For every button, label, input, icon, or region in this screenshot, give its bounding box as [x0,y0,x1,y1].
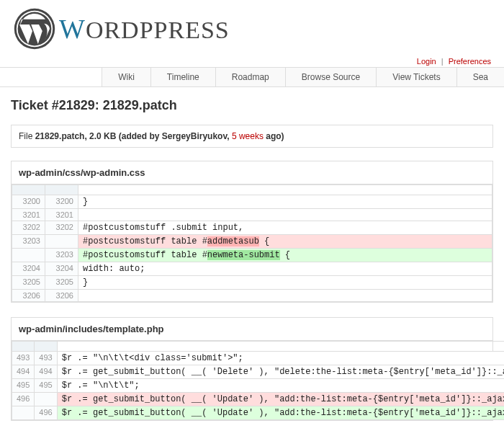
file-info-prefix: File [19,131,35,141]
diff-code-line: #postcustomstuff .submit input, [78,221,492,235]
diff-file-path: wp-admin/css/wp-admin.css [12,161,492,184]
diff-file-path: wp-admin/includes/template.php [12,318,492,341]
line-number-new: 3204 [45,262,78,276]
file-added-label: (added by [116,131,161,141]
page-title: Ticket #21829: 21829.patch [11,98,493,113]
nav-browse-source[interactable]: Browse Source [286,68,376,86]
nav-view-tickets[interactable]: View Tickets [377,68,456,86]
line-number-new: 3200 [45,195,78,209]
file-name: 21829.patch [35,131,85,141]
diff-highlight: newmeta-submit [207,250,280,260]
diff-code-line: $r .= "\n\t\t"; [57,379,504,393]
file-age-link[interactable]: 5 weeks [232,131,264,141]
line-number-old: 3206 [12,290,45,302]
diff-table: 493493 $r .= "\n\t\t<div class='submit'>… [12,341,504,420]
line-number-new [45,235,78,249]
line-number-old: 496 [12,393,35,406]
meta-nav: Login | Preferences [0,54,504,67]
diff-separator [78,185,492,195]
line-number-old: 495 [12,379,35,393]
line-number-old: 3204 [12,262,45,276]
line-number-new [35,342,57,352]
line-number-old [12,249,45,262]
diff-block: wp-admin/includes/template.php493493 $r … [11,317,493,421]
diff-code-line: #postcustomstuff table #newmeta-submit { [78,249,492,262]
nav-sea[interactable]: Sea [457,68,504,86]
line-number-old: 493 [12,352,35,365]
diff-block: wp-admin/css/wp-admin.css32003200}320132… [11,161,493,303]
line-number-new: 3206 [45,290,78,302]
diff-code-line [78,290,492,302]
diff-code-line: $r .= get_submit_button( __( 'Update' ),… [57,406,504,420]
line-number-new: 496 [35,406,57,420]
line-number-new [35,393,57,406]
nav-roadmap[interactable]: Roadmap [216,68,285,86]
diff-code-line: #postcustomstuff table #addmetasub { [78,235,492,249]
diff-highlight: addmetasub [207,236,259,246]
line-number-new: 494 [35,365,57,379]
file-author: SergeyBiryukov [162,131,228,141]
diff-code-line: width: auto; [78,262,492,276]
nav-timeline[interactable]: Timeline [151,68,215,86]
file-size: , 2.0 KB [84,131,116,141]
preferences-link[interactable]: Preferences [449,57,491,66]
wordpress-logo[interactable]: WORDPPRESS [13,7,491,50]
line-number-new: 495 [35,379,57,393]
site-header: WORDPPRESS [0,0,504,54]
line-number-old: 3201 [12,209,45,221]
wordpress-icon [13,7,56,50]
diff-table: 32003200}3201320132023202#postcustomstuf… [12,184,492,302]
line-number-old: 3200 [12,195,45,209]
line-number-old: 3202 [12,221,45,235]
diff-code-line: $r .= get_submit_button( __( 'Delete' ),… [57,365,504,379]
line-number-old [12,406,35,420]
line-number-old: 494 [12,365,35,379]
nav-separator: | [441,57,444,66]
line-number-old [12,342,35,352]
line-number-old: 3205 [12,276,45,290]
line-number-new: 3202 [45,221,78,235]
diff-code-line: $r .= get_submit_button( __( 'Update' ),… [57,393,504,406]
main-nav: WikiTimelineRoadmapBrowse SourceView Tic… [0,67,504,87]
file-info-box: File 21829.patch, 2.0 KB (added by Serge… [11,125,493,148]
file-comma: , [227,131,232,141]
diff-separator [57,342,504,352]
file-ago: ago) [264,131,284,141]
diff-code-line: } [78,195,492,209]
diff-code-line: $r .= "\n\t\t<div class='submit'>"; [57,352,504,365]
line-number-new: 3201 [45,209,78,221]
login-link[interactable]: Login [417,57,436,66]
line-number-old [12,185,45,195]
diff-code-line [78,209,492,221]
line-number-new: 3205 [45,276,78,290]
line-number-old: 3203 [12,235,45,249]
wordpress-wordmark: WORDPPRESS [59,13,230,45]
line-number-new: 3203 [45,249,78,262]
nav-wiki[interactable]: Wiki [102,68,150,86]
diff-code-line: } [78,276,492,290]
line-number-new: 493 [35,352,57,365]
line-number-new [45,185,78,195]
